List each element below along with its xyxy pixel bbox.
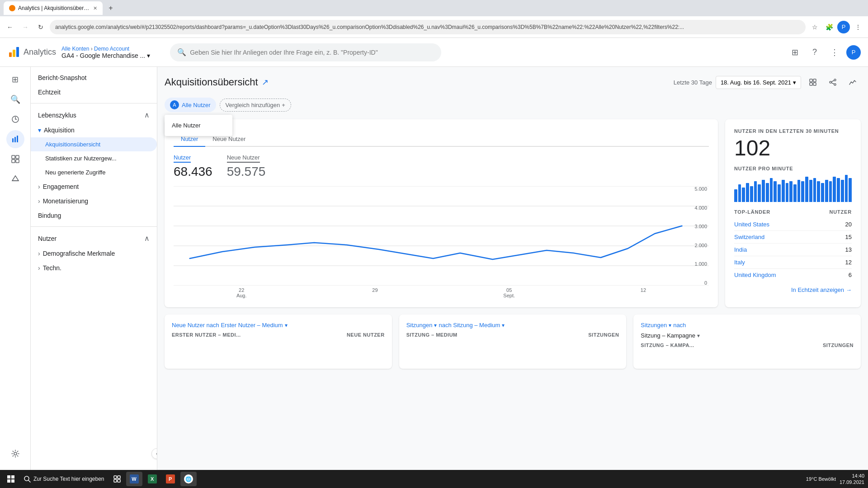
x-label-05-date: 05	[503, 287, 515, 293]
x-label-22-month: Aug.	[236, 293, 247, 298]
back-button[interactable]: ←	[4, 21, 16, 33]
bottom-card-2-dropdown-1[interactable]: ▾	[434, 322, 437, 328]
address-text: analytics.google.com/analytics/web/#/p21…	[55, 24, 684, 30]
metric-neue-nutzer-value: 59.575	[227, 164, 266, 179]
nav-item-engagement[interactable]: › Engagement	[31, 179, 157, 194]
nav-item-bindung[interactable]: Bindung	[31, 208, 157, 223]
taskbar-task-view[interactable]	[110, 472, 124, 486]
profile-button[interactable]: P	[837, 21, 850, 33]
nav-section-nutzer[interactable]: Nutzer ∧	[31, 230, 157, 246]
sidebar-icon-search[interactable]: 🔍	[6, 90, 24, 108]
date-range-area: Letzte 30 Tage 18. Aug. bis 16. Sept. 20…	[674, 74, 861, 90]
app-header: Analytics Alle Konten › Demo Account GA4…	[0, 38, 868, 67]
taskbar-word[interactable]: W	[126, 472, 142, 486]
mini-bar-chart	[734, 175, 852, 202]
sidebar-icon-home[interactable]: ⊞	[6, 70, 24, 89]
country-name-2[interactable]: India	[734, 246, 747, 253]
mini-bar	[754, 181, 757, 202]
taskbar-chrome[interactable]: 🌐	[180, 472, 197, 486]
mini-bar	[738, 184, 741, 202]
realtime-link[interactable]: In Echtzeit anzeigen →	[734, 286, 852, 293]
reload-button[interactable]: ↻	[34, 21, 47, 33]
search-input[interactable]	[190, 49, 434, 56]
nav-item-echtzeit[interactable]: Echtzeit	[31, 85, 157, 99]
help-button[interactable]: ?	[807, 44, 823, 61]
bottom-card-2-dropdown-2[interactable]: ▾	[502, 322, 505, 328]
bookmark-button[interactable]: ☆	[808, 21, 821, 33]
add-comparison-button[interactable]: Vergleich hinzufügen +	[220, 99, 291, 112]
nav-sub-item-akquisitionsuebersicht[interactable]: Akquisitionsübersicht	[31, 137, 157, 151]
mini-bar	[817, 181, 820, 202]
country-value-4: 6	[849, 272, 852, 278]
taskbar-powerpoint[interactable]: P	[162, 472, 179, 486]
property-selector[interactable]: GA4 - Google Merchandise ... ▾	[61, 52, 150, 59]
extensions-button[interactable]: 🧩	[823, 21, 835, 33]
nav-sub-item-neu-generierte[interactable]: Neu generierte Zugriffe	[31, 165, 157, 179]
search-bar[interactable]: 🔍	[170, 43, 441, 61]
country-name-0[interactable]: United States	[734, 221, 769, 228]
nav-item-monetarisierung[interactable]: › Monetarisierung	[31, 194, 157, 208]
segment-chip-alle-nutzer[interactable]: A Alle Nutzer Alle Nutzer	[165, 98, 216, 112]
metric-neue-nutzer[interactable]: Neue Nutzer 59.575	[227, 154, 266, 179]
taskbar-search[interactable]: Zur Suche Text hier eingeben	[20, 472, 108, 486]
mini-bar	[813, 178, 816, 202]
nav-item-techn[interactable]: › Techn.	[31, 261, 157, 275]
nav-item-demografische[interactable]: › Demografische Merkmale	[31, 246, 157, 261]
browser-chrome: Analytics | Akquisitionsübersicht ✕ +	[0, 0, 868, 16]
breadcrumb: Alle Konten › Demo Account	[61, 46, 150, 52]
bottom-cards: Neue Nutzer nach Erster Nutzer – Medium …	[165, 314, 861, 369]
breadcrumb-parent[interactable]: Alle Konten	[61, 46, 89, 52]
country-name-4[interactable]: United Kingdom	[734, 272, 776, 278]
per-minute-label: NUTZER PRO MINUTE	[734, 166, 852, 171]
mini-bar	[841, 180, 844, 202]
browser-nav-icons: ☆ 🧩 P ⋮	[808, 21, 864, 33]
report-icon-button[interactable]	[805, 74, 821, 90]
new-tab-button[interactable]: +	[104, 2, 117, 14]
mini-bar	[774, 181, 777, 202]
chart-area: 5.000 4.000 3.000 2.000 1.000 0	[174, 186, 709, 286]
dropdown-item-alle-nutzer[interactable]: Alle Nutzer	[165, 118, 232, 132]
nav-item-bericht-snapshot[interactable]: Bericht-Snapshot	[31, 70, 157, 85]
metric-nutzer[interactable]: Nutzer 68.436	[174, 154, 212, 179]
tab-close-button[interactable]: ✕	[93, 5, 97, 11]
more-options-button[interactable]: ⋮	[826, 44, 843, 61]
app-logo: Analytics	[7, 46, 56, 59]
svg-rect-17	[813, 83, 816, 85]
menu-button[interactable]: ⋮	[852, 21, 864, 33]
apps-button[interactable]: ⊞	[787, 44, 803, 61]
nav-item-akquisition[interactable]: ▾ Akquisition	[31, 123, 157, 137]
chart-tabs-row: Nutzer Neue Nutzer	[174, 128, 709, 147]
forward-button[interactable]: →	[19, 21, 32, 33]
country-name-1[interactable]: Switzerland	[734, 234, 764, 240]
nav-engagement-arrow: ›	[38, 183, 40, 190]
bottom-card-1-dropdown-icon[interactable]: ▾	[285, 322, 288, 328]
segment-chip-avatar-text: A	[173, 102, 176, 108]
sidebar-collapse-button[interactable]: ‹	[151, 448, 157, 459]
x-label-12-date: 12	[641, 287, 646, 293]
bottom-card-3-dropdown-2[interactable]: ▾	[697, 333, 700, 339]
insights-button[interactable]	[844, 74, 861, 90]
chrome-icon: 🌐	[184, 474, 193, 483]
bottom-card-3-col1: SITZUNG – KAMPA...	[641, 343, 694, 348]
share-button[interactable]	[825, 74, 841, 90]
page-title: Akquisitionsübersicht ↗	[165, 76, 269, 88]
taskbar-start-button[interactable]	[4, 472, 18, 486]
sidebar-icon-advertising[interactable]	[6, 170, 24, 188]
taskbar-excel[interactable]: X	[144, 472, 160, 486]
sidebar-icon-reports[interactable]	[6, 130, 24, 148]
date-picker[interactable]: 18. Aug. bis 16. Sept. 2021 ▾	[716, 76, 801, 89]
page-title-export-icon[interactable]: ↗	[262, 77, 269, 87]
address-bar[interactable]: analytics.google.com/analytics/web/#/p21…	[50, 20, 806, 34]
breadcrumb-child[interactable]: Demo Account	[94, 46, 129, 52]
nav-section-lebenszyklus[interactable]: Lebenszyklus ∧	[31, 107, 157, 123]
browser-tab[interactable]: Analytics | Akquisitionsübersicht ✕	[4, 1, 103, 15]
sidebar-icon-explore[interactable]	[6, 150, 24, 168]
settings-button[interactable]	[6, 445, 24, 463]
nav-sub-item-statistiken[interactable]: Statistiken zur Nutzergew...	[31, 151, 157, 165]
country-name-3[interactable]: Italy	[734, 259, 745, 266]
tab-title: Analytics | Akquisitionsübersicht	[18, 5, 90, 11]
bottom-card-3-dropdown-1[interactable]: ▾	[669, 322, 671, 328]
user-avatar[interactable]: P	[846, 45, 861, 60]
sidebar-icon-realtime[interactable]	[6, 110, 24, 128]
svg-point-18	[834, 79, 836, 81]
